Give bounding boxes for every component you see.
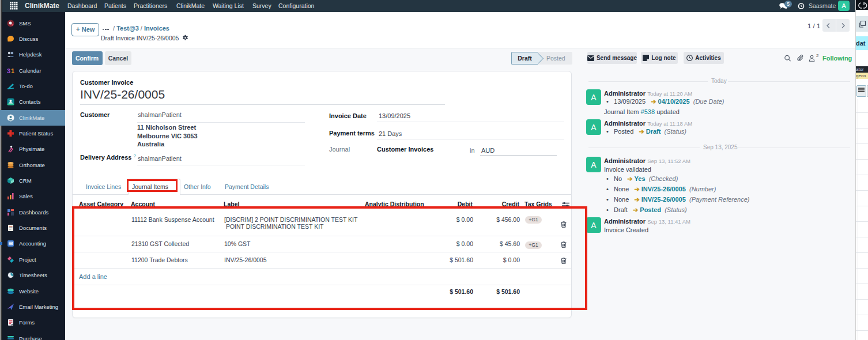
svg-text:3: 3 [7, 67, 10, 74]
svg-text:1: 1 [11, 67, 14, 74]
